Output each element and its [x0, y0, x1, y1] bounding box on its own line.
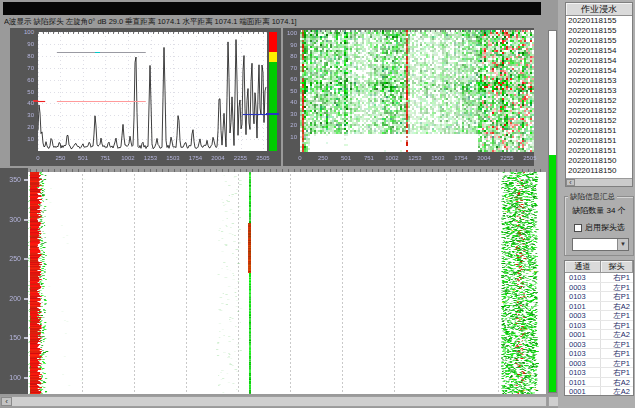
sidebar: 作业浸水 20220118155202201181552022011815520…	[558, 0, 635, 408]
tick-label: 250	[312, 155, 334, 161]
cell-probe: 右P1	[601, 273, 633, 282]
job-list-item[interactable]: 20220118154	[566, 46, 632, 56]
defect-table-row[interactable]: 0003左P1	[565, 340, 633, 350]
cell-probe: 左P1	[601, 340, 633, 349]
cell-channel: 0003	[565, 340, 601, 349]
defect-table: 通道 探头 0103右P10003左P10103右P10101右A20003左P…	[564, 260, 634, 396]
defect-table-row[interactable]: 0103右P1	[565, 368, 633, 378]
job-list-item[interactable]: 20220118155	[566, 26, 632, 36]
cscan-y-axis: 350300250200150100	[0, 168, 28, 394]
probe-filter-checkbox[interactable]	[574, 224, 582, 232]
tick-label: 40	[14, 100, 34, 106]
cell-channel: 0101	[565, 302, 601, 311]
defect-table-row[interactable]: 0001左A2	[565, 330, 633, 340]
tick-label: 0	[27, 155, 49, 161]
defect-count-text: 缺陷数量 34 个	[565, 205, 633, 216]
tick-label: 10	[14, 136, 34, 142]
column-header-probe[interactable]: 探头	[601, 261, 633, 273]
job-list-item[interactable]: 20220118151	[566, 136, 632, 146]
cell-channel: 0103	[565, 349, 601, 358]
tick-label: 200	[0, 295, 21, 302]
tick-label: 80	[14, 53, 34, 59]
cell-probe: 右P1	[601, 292, 633, 301]
job-list-item[interactable]: 20220118155	[566, 36, 632, 46]
defect-info-group: 缺陷信息汇总 缺陷数量 34 个 启用探头选 ▼	[564, 196, 634, 256]
job-list-item[interactable]: 20220118151	[566, 146, 632, 156]
cscan-plot[interactable]	[28, 168, 546, 394]
job-list-item[interactable]: 20220118152	[566, 116, 632, 126]
tick-label: 1754	[185, 155, 207, 161]
dropdown-arrow-icon[interactable]: ▼	[617, 239, 628, 250]
tick-label: 50	[14, 89, 34, 95]
job-list-item[interactable]: 20220118151	[566, 126, 632, 136]
tick-label: 2004	[473, 155, 495, 161]
defect-table-row[interactable]: 0001左A2	[565, 387, 633, 396]
tick-label: 60	[284, 76, 297, 82]
job-list-items: 2022011815520220118155202201181552022011…	[566, 16, 632, 178]
defect-table-row[interactable]: 0103右P1	[565, 292, 633, 302]
defect-table-row[interactable]: 0103右P1	[565, 321, 633, 331]
job-list-item[interactable]: 20220118154	[566, 66, 632, 76]
job-list-item[interactable]: 20220118152	[566, 96, 632, 106]
job-list-item[interactable]: 20220118155	[566, 16, 632, 26]
tick-label: 501	[335, 155, 357, 161]
tick-label: 100	[284, 30, 297, 36]
level-indicator-fill	[549, 155, 556, 392]
main-horizontal-scrollbar[interactable]: ‹	[0, 396, 547, 407]
ascan-panel: 1009080706050403020100250501751100212531…	[10, 28, 281, 166]
tick-label: 30	[14, 112, 34, 118]
tick-label: 1253	[404, 155, 426, 161]
job-list-item[interactable]: 20220118154	[566, 56, 632, 66]
tick-label: 90	[14, 41, 34, 47]
tick-label: 20	[14, 124, 34, 130]
job-list-item[interactable]: 20220118150	[566, 156, 632, 166]
probe-filter-row[interactable]: 启用探头选	[574, 222, 633, 233]
job-list-item[interactable]: 20220118150	[566, 166, 632, 176]
tick-label: 2505	[519, 155, 541, 161]
cell-channel: 0003	[565, 359, 601, 368]
defect-table-row[interactable]: 0101右A2	[565, 378, 633, 388]
tick-label: 1503	[427, 155, 449, 161]
job-list-scrollbar[interactable]: ‹	[566, 178, 632, 186]
defect-table-row[interactable]: 0003左P1	[565, 311, 633, 321]
cell-probe: 左P1	[601, 283, 633, 292]
tick-label: 80	[284, 53, 297, 59]
probe-select-dropdown[interactable]: ▼	[572, 238, 629, 251]
column-header-channel[interactable]: 通道	[565, 261, 601, 273]
defect-table-row[interactable]: 0101右A2	[565, 302, 633, 312]
cell-probe: 右A2	[601, 378, 633, 387]
tick-label: 20	[284, 122, 297, 128]
cell-channel: 0101	[565, 378, 601, 387]
cell-probe: 左A2	[601, 387, 633, 396]
tick-label: 1002	[117, 155, 139, 161]
job-list-item[interactable]: 20220118153	[566, 86, 632, 96]
defect-table-header: 通道 探头	[565, 261, 633, 273]
cell-probe: 右A2	[601, 302, 633, 311]
defect-table-body: 0103右P10003左P10103右P10101右A20003左P10103右…	[565, 273, 633, 396]
tick-label: 2255	[496, 155, 518, 161]
bscan-plot[interactable]	[300, 30, 534, 152]
tick-label: 90	[284, 42, 297, 48]
job-list-scroll-left-arrow-icon[interactable]: ‹	[566, 179, 575, 186]
level-indicator-strip	[548, 30, 557, 393]
cell-probe: 左P1	[601, 359, 633, 368]
job-list-item[interactable]: 20220118152	[566, 106, 632, 116]
blue-gate-marker	[266, 113, 279, 115]
job-list-item[interactable]: 20220118153	[566, 76, 632, 86]
defect-table-row[interactable]: 0003左P1	[565, 359, 633, 369]
defect-group-title: 缺陷信息汇总	[568, 192, 617, 201]
tick-label: 100	[14, 29, 34, 35]
tick-label: 70	[284, 65, 297, 71]
tick-label: 10	[284, 134, 297, 140]
tick-label: 30	[284, 111, 297, 117]
scroll-left-arrow-icon[interactable]: ‹	[1, 397, 12, 406]
ascan-plot[interactable]	[38, 32, 267, 151]
measurement-info-text: A波显示 缺陷探头 左旋角0° dB 29.0 垂直距离 1074.1 水平距离…	[4, 16, 552, 27]
defect-table-row[interactable]: 0003左P1	[565, 283, 633, 293]
bscan-panel: 1009080706050403020100250501751100212531…	[283, 28, 534, 166]
job-list: 作业浸水 20220118155202201181552022011815520…	[565, 2, 633, 187]
defect-table-row[interactable]: 0103右P1	[565, 349, 633, 359]
cell-probe: 右P1	[601, 368, 633, 377]
defect-table-row[interactable]: 0103右P1	[565, 273, 633, 283]
app-window: A波显示 缺陷探头 左旋角0° dB 29.0 垂直距离 1074.1 水平距离…	[0, 0, 635, 408]
